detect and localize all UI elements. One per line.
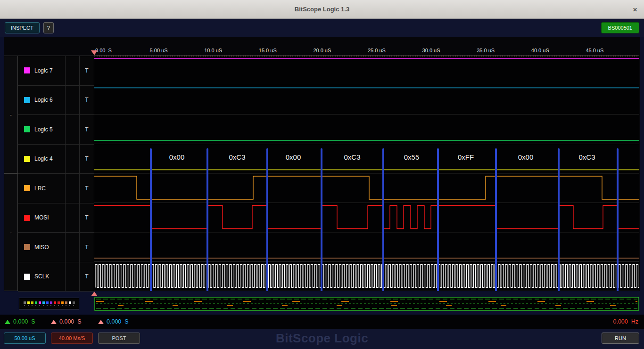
palette-dot — [27, 301, 30, 304]
channel-name: Logic 4 — [34, 155, 65, 162]
frame-boundary-marker — [437, 148, 439, 291]
channel-row-lrc[interactable]: LRCT — [18, 174, 94, 203]
channel-option-cell[interactable] — [65, 145, 79, 174]
frame-boundary-marker — [150, 148, 152, 291]
waveform-display[interactable]: 0x000xC30x000xC30x550xFF0x000xC3 — [94, 56, 639, 291]
channel-trigger-mode[interactable]: T — [79, 174, 94, 203]
channel-color-swatch[interactable] — [24, 274, 30, 280]
palette-dot — [31, 301, 33, 304]
status-bar: 0.000 S 0.000 S 0.000 S 0.000 Hz — [0, 315, 644, 329]
channel-row-logic-6[interactable]: Logic 6T — [18, 86, 94, 115]
channel-trigger-mode[interactable]: T — [79, 86, 94, 115]
top-toolbar: INSPECT ? BS000501 — [0, 19, 644, 37]
trigger-marker-top[interactable] — [91, 50, 98, 55]
channel-row-mosi[interactable]: MOSIT — [18, 203, 94, 233]
channel-trigger-mode[interactable]: T — [79, 233, 94, 262]
channel-row-logic-5[interactable]: Logic 5T — [18, 115, 94, 145]
palette-sub-dot — [43, 305, 44, 306]
channel-color-swatch[interactable] — [24, 215, 30, 221]
channel-option-cell[interactable] — [65, 56, 79, 85]
frame-boundary-marker — [617, 148, 619, 291]
palette-dot — [39, 301, 41, 304]
palette-sub-dot — [47, 305, 48, 306]
palette-sub-dot — [54, 305, 55, 306]
palette-sub-dot — [62, 305, 63, 306]
frequency-readout: 0.000 Hz — [613, 315, 638, 329]
bus-value-label: 0xC3 — [229, 153, 245, 161]
channel-group-collapse-2[interactable]: - — [4, 173, 18, 291]
palette-row — [24, 301, 75, 304]
channel-trigger-mode[interactable]: T — [79, 56, 94, 85]
channel-trigger-mode[interactable]: T — [79, 262, 94, 292]
frame-boundary-marker — [206, 148, 208, 291]
channel-option-cell[interactable] — [65, 174, 79, 203]
ruler-tick-label: 5.00 uS — [150, 48, 168, 53]
device-id-button[interactable]: BS000501 — [601, 22, 639, 33]
channel-option-cell[interactable] — [65, 262, 79, 292]
capture-overview[interactable] — [94, 297, 639, 311]
bus-value-label: 0xC3 — [344, 153, 360, 161]
inspect-button[interactable]: INSPECT — [5, 22, 40, 33]
ruler-tick-label: 0.00 S — [95, 48, 112, 53]
channel-option-cell[interactable] — [65, 233, 79, 262]
palette-sub-dot — [24, 305, 25, 306]
ruler-tick-label: 10.0 uS — [204, 48, 222, 53]
palette-sub-dot — [39, 305, 40, 306]
cursor-c-icon — [98, 320, 104, 324]
cursor-a-value: 0.000 S — [13, 318, 35, 325]
channel-group-collapse-1[interactable]: - — [4, 56, 18, 173]
channel-trigger-mode[interactable]: T — [79, 145, 94, 174]
ruler-tick-label: 30.0 uS — [422, 48, 440, 53]
run-button[interactable]: RUN — [602, 333, 639, 344]
channel-row-logic-4[interactable]: Logic 4T — [18, 145, 94, 174]
palette-sub-dot — [50, 305, 51, 306]
watermark: BitScope Logic — [0, 331, 644, 346]
trigger-marker-bottom[interactable] — [91, 292, 98, 296]
help-button[interactable]: ? — [43, 22, 54, 33]
channel-row-logic-7[interactable]: Logic 7T — [18, 56, 94, 86]
channel-name: MISO — [34, 244, 65, 251]
bottom-toolbar: BitScope Logic 50.00 uS 40.00 Ms/S POST … — [0, 329, 644, 349]
cursor-c-value: 0.000 S — [107, 318, 129, 325]
cursor-readout-b: 0.000 S — [51, 315, 82, 329]
frame-boundary-marker — [266, 148, 268, 291]
channel-palette-box[interactable] — [19, 298, 79, 309]
bus-value-label: 0xC3 — [578, 153, 595, 161]
cursor-readout-c: 0.000 S — [98, 315, 129, 329]
channel-option-cell[interactable] — [65, 115, 79, 144]
channel-row-miso[interactable]: MISOT — [18, 233, 94, 262]
channel-color-swatch[interactable] — [24, 126, 30, 132]
collapse-icon: - — [10, 111, 12, 118]
post-trigger-button[interactable]: POST — [98, 333, 140, 344]
cursor-a-icon — [5, 320, 10, 324]
palette-sub-dot — [69, 305, 70, 306]
channel-option-cell[interactable] — [65, 203, 79, 233]
timebase-button[interactable]: 50.00 uS — [4, 333, 46, 344]
channel-color-swatch[interactable] — [24, 156, 30, 162]
palette-sub-dot — [28, 305, 29, 306]
bus-value-label: 0x55 — [404, 153, 420, 161]
channel-color-swatch[interactable] — [24, 185, 30, 191]
time-ruler[interactable]: 0.00 S5.00 uS10.0 uS15.0 uS20.0 uS25.0 u… — [94, 37, 639, 56]
channel-trigger-mode[interactable]: T — [79, 203, 94, 233]
palette-dot — [50, 301, 52, 304]
window-title: BitScope Logic 1.3 — [295, 6, 349, 13]
palette-sub-row — [24, 305, 74, 306]
channel-name: Logic 5 — [34, 126, 65, 133]
collapse-icon: - — [10, 229, 12, 236]
channel-color-swatch[interactable] — [24, 97, 30, 103]
bus-value-label: 0x00 — [169, 153, 185, 161]
palette-dot — [42, 301, 45, 304]
channel-color-swatch[interactable] — [24, 67, 30, 73]
channel-list: Logic 7TLogic 6TLogic 5TLogic 4TLRCTMOSI… — [18, 56, 94, 291]
trace-lrc — [94, 176, 639, 199]
ruler-tick-label: 25.0 uS — [368, 48, 386, 53]
close-icon[interactable]: × — [633, 5, 637, 13]
channel-row-sclk[interactable]: SCLKT — [18, 262, 94, 292]
sample-rate-button[interactable]: 40.00 Ms/S — [51, 333, 93, 344]
channel-color-swatch[interactable] — [24, 244, 30, 250]
channel-trigger-mode[interactable]: T — [79, 115, 94, 144]
cursor-readout-a: 0.000 S — [5, 315, 35, 329]
bus-value-label: 0x00 — [286, 153, 301, 161]
channel-option-cell[interactable] — [65, 86, 79, 115]
